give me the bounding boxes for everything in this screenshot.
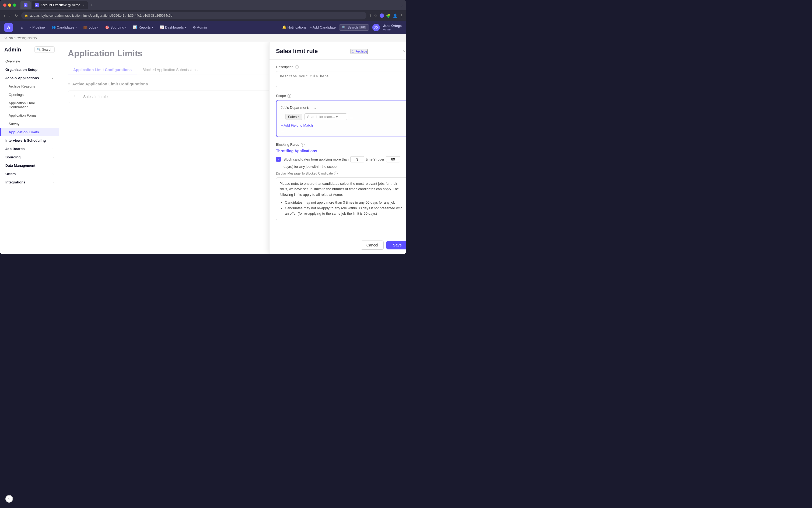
description-input[interactable] <box>276 71 406 87</box>
nav-admin[interactable]: ⚙ Admin <box>190 24 210 31</box>
add-field-btn[interactable]: + Add Field to Match <box>281 123 313 127</box>
field-name-label: Job's Department: <box>281 105 309 110</box>
sidebar-search-btn[interactable]: 🔍 Search <box>35 46 55 53</box>
integrations-chevron-icon: › <box>52 181 54 184</box>
sidebar-overview-label: Overview <box>5 59 20 63</box>
close-window-btn[interactable] <box>3 3 6 7</box>
search-box-nav[interactable]: 🔍 Search ⌘K <box>339 24 369 31</box>
user-info[interactable]: Jane Ortega Acme <box>383 24 402 31</box>
sales-tag-label: Sales <box>288 115 297 119</box>
is-label: is <box>281 115 283 119</box>
sidebar-surveys-label: Surveys <box>9 122 21 126</box>
sidebar-item-openings[interactable]: Openings <box>0 90 59 99</box>
tab-close-btn[interactable]: × <box>83 3 85 7</box>
throttling-checkbox[interactable]: ✓ <box>276 157 281 162</box>
tab-favicon-active: A <box>35 3 39 7</box>
sidebar-item-archive-reasons[interactable]: Archive Reasons <box>0 82 59 90</box>
sidebar-item-job-boards[interactable]: Job Boards › <box>0 145 59 153</box>
minimize-window-btn[interactable] <box>8 3 11 7</box>
share-icon[interactable]: ⬆ <box>369 13 372 18</box>
forward-btn[interactable]: › <box>8 12 12 19</box>
address-bar[interactable]: 🔒 app.ashbyhq.com/admin/application-limi… <box>21 12 366 19</box>
sidebar-offers-label: Offers <box>5 172 15 176</box>
tab-favicon-empty: A <box>24 3 28 7</box>
reload-btn[interactable]: ↻ <box>14 12 19 19</box>
archive-btn[interactable]: 🗂 Archive <box>351 49 368 54</box>
dashboards-icon: 📈 <box>160 25 164 29</box>
jobs-icon: 💼 <box>83 25 88 29</box>
profile-icon[interactable]: 👤 <box>393 13 397 18</box>
sidebar-job-boards-label: Job Boards <box>5 147 25 151</box>
user-org: Acme <box>383 28 402 31</box>
tag-remove-btn[interactable]: × <box>298 115 300 119</box>
back-btn[interactable]: ‹ <box>3 12 6 19</box>
interviews-chevron-icon: › <box>52 139 54 142</box>
sidebar-data-mgmt-label: Data Management <box>5 164 35 168</box>
save-btn[interactable]: Save <box>386 241 406 249</box>
notifications-label: Notifications <box>287 25 307 29</box>
browser-tab-empty[interactable]: A <box>20 1 31 9</box>
message-textarea[interactable]: Please note: to ensure that candidates s… <box>276 177 406 220</box>
extensions-icon[interactable]: 🧩 <box>386 13 391 18</box>
sidebar-item-org-setup[interactable]: Organization Setup › <box>0 66 59 74</box>
panel-body: Description i document.querySelector('[d… <box>270 59 406 236</box>
sidebar-item-email-confirmation[interactable]: Application Email Confirmation <box>0 99 59 111</box>
ashby-icon[interactable] <box>379 13 384 18</box>
sidebar-item-jobs-applications[interactable]: Jobs & Applications ⌄ <box>0 74 59 82</box>
nav-links: ⌂ ≡ Pipeline 👥 Candidates ▾ 💼 Jobs ▾ <box>18 24 277 31</box>
notifications-btn[interactable]: 🔔 Notifications <box>282 25 307 29</box>
sidebar-item-application-forms[interactable]: Application Forms <box>0 111 59 120</box>
sourcing-icon: 🎯 <box>105 25 109 29</box>
panel-header: Sales limit rule 🗂 Archive × <box>270 42 406 59</box>
nav-sourcing[interactable]: 🎯 Sourcing ▾ <box>102 24 129 31</box>
sidebar-item-offers[interactable]: Offers › <box>0 170 59 178</box>
app-logo: A <box>4 23 13 32</box>
scope-info-icon[interactable]: i <box>287 94 291 98</box>
browser-tab-active[interactable]: A Account Executive @ Acme × <box>32 1 88 9</box>
admin-icon: ⚙ <box>193 25 196 29</box>
search-nav-label: Search <box>348 26 358 29</box>
sidebar-item-overview[interactable]: Overview <box>0 57 59 66</box>
condition-more-btn[interactable]: … <box>350 115 353 119</box>
history-bar: ↺ No browsing history <box>0 34 406 42</box>
add-field-more-btn[interactable]: … <box>281 128 284 132</box>
sidebar-jobs-label: Jobs & Applications <box>5 76 39 80</box>
search-icon: 🔍 <box>342 26 346 29</box>
rule-text-pre: Block candidates from applying more than <box>283 157 349 162</box>
nav-pipeline[interactable]: ≡ Pipeline <box>27 24 48 31</box>
add-candidate-btn[interactable]: + Add Candidate <box>310 25 336 29</box>
sidebar-item-integrations[interactable]: Integrations › <box>0 178 59 186</box>
sidebar-item-data-mgmt[interactable]: Data Management › <box>0 161 59 170</box>
sidebar-item-application-limits[interactable]: Application Limits <box>0 128 59 136</box>
display-msg-info-icon[interactable]: i <box>334 172 337 175</box>
sidebar-item-surveys[interactable]: Surveys <box>0 120 59 128</box>
sidebar-item-sourcing[interactable]: Sourcing › <box>0 153 59 161</box>
nav-candidates[interactable]: 👥 Candidates ▾ <box>49 24 80 31</box>
message-line1: Please note: to ensure that candidates s… <box>279 181 405 198</box>
description-info-icon[interactable]: i <box>295 65 299 69</box>
nav-home[interactable]: ⌂ <box>18 24 26 31</box>
avatar-initials: JO <box>374 26 378 29</box>
sidebar-item-interviews[interactable]: Interviews & Scheduling › <box>0 136 59 145</box>
avatar[interactable]: JO <box>372 24 380 31</box>
sourcing-chevron-icon: › <box>52 156 54 159</box>
lock-icon: 🔒 <box>25 14 28 17</box>
sidebar-org-setup-label: Organization Setup <box>5 68 37 72</box>
address-text: app.ashbyhq.com/admin/application-limits… <box>30 14 172 17</box>
panel-overlay: Sales limit rule 🗂 Archive × <box>59 42 406 254</box>
nav-dashboards[interactable]: 📈 Dashboards ▾ <box>157 24 189 31</box>
blocking-rules-info-icon[interactable]: i <box>301 143 305 146</box>
nav-reports[interactable]: 📊 Reports ▾ <box>130 24 156 31</box>
times-input[interactable] <box>350 156 364 162</box>
bookmark-icon[interactable]: ☆ <box>374 13 377 18</box>
more-icon[interactable]: ⋮ <box>400 13 403 18</box>
cancel-btn[interactable]: Cancel <box>361 241 384 250</box>
new-tab-btn[interactable]: + <box>89 3 94 7</box>
field-more-btn[interactable]: … <box>311 105 317 110</box>
days-input[interactable] <box>386 156 400 162</box>
nav-jobs[interactable]: 💼 Jobs ▾ <box>81 24 101 31</box>
close-panel-btn[interactable]: × <box>401 47 406 55</box>
browser-tabs: A A Account Executive @ Acme × + <box>20 1 398 9</box>
maximize-window-btn[interactable] <box>13 3 16 7</box>
search-team-dropdown[interactable]: Search for team... ▾ <box>304 114 347 120</box>
